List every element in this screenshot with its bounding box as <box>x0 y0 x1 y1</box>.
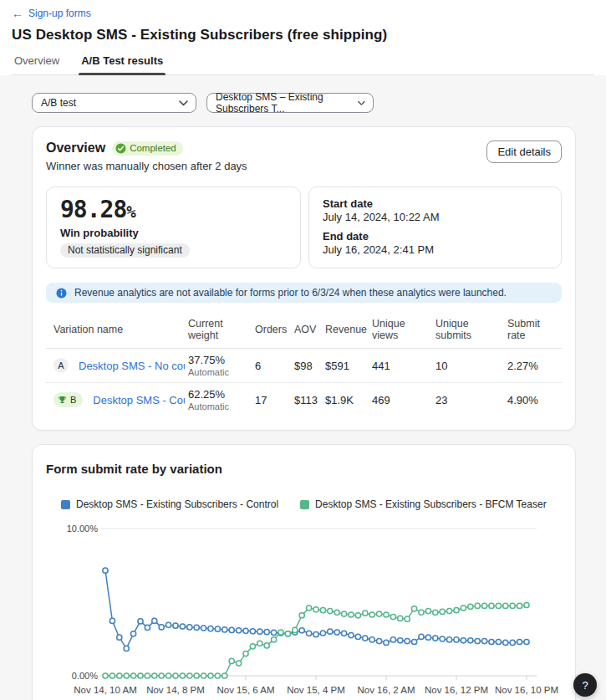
aov-value: $98 <box>294 349 325 383</box>
weight-mode: Automatic <box>188 367 252 377</box>
variation-b-badge: B <box>70 395 76 405</box>
end-date-value: July 16, 2024, 2:41 PM <box>323 243 547 256</box>
submit-rate-value: 2.27% <box>507 349 562 383</box>
svg-text:Nov 16, 10 PM: Nov 16, 10 PM <box>495 685 558 695</box>
weight-value: 62.25% <box>188 388 252 401</box>
variation-b-link[interactable]: Desktop SMS - Coupon <box>93 394 185 406</box>
legend-item-control[interactable]: Desktop SMS - Existing Subscribers - Con… <box>61 498 278 510</box>
svg-text:Nov 16, 2 AM: Nov 16, 2 AM <box>357 685 415 695</box>
completed-badge-label: Completed <box>130 143 176 153</box>
chart-legend: Desktop SMS - Existing Subscribers - Con… <box>61 498 562 510</box>
edit-details-button[interactable]: Edit details <box>486 141 562 163</box>
unique-submits-value: 23 <box>435 383 507 417</box>
submit-rate-chart[interactable]: 10.00%0.00%Nov 14, 10 AMNov 14, 8 PMNov … <box>46 517 590 700</box>
help-button[interactable]: ? <box>573 673 597 697</box>
back-link[interactable]: ←Sign-up forms <box>12 8 91 19</box>
chevron-down-icon <box>179 100 188 106</box>
percent-sign: % <box>126 202 135 221</box>
end-date-label: End date <box>323 230 547 243</box>
dates-box: Start date July 14, 2024, 10:22 AM End d… <box>308 186 562 268</box>
overview-heading: Overview <box>46 141 105 156</box>
start-date-label: Start date <box>323 197 547 210</box>
filter-row: A/B test Desktop SMS – Existing Subscrib… <box>32 93 576 113</box>
back-arrow-icon: ← <box>12 8 23 19</box>
orders-value: 6 <box>255 349 294 383</box>
form-select-value: Desktop SMS – Existing Subscribers T... <box>216 91 358 115</box>
weight-value: 37.75% <box>188 354 252 366</box>
legend-label-control: Desktop SMS - Existing Subscribers - Con… <box>76 498 278 510</box>
win-probability-value: 98.28% <box>60 197 287 224</box>
tab-overview[interactable]: Overview <box>12 54 62 74</box>
table-row-variation-a: A Desktop SMS - No coupon 37.75% Automat… <box>46 349 562 383</box>
winner-subtitle: Winner was manually chosen after 2 days <box>46 160 247 172</box>
check-circle-icon <box>115 143 126 154</box>
overview-card: Overview Completed Winner was manually c… <box>32 126 576 431</box>
weight-mode: Automatic <box>188 401 252 411</box>
table-header-row: Variation name Current weight Orders AOV… <box>46 314 562 349</box>
significance-badge: Not statistically significant <box>60 243 190 258</box>
test-type-select[interactable]: A/B test <box>32 93 196 113</box>
header-orders: Orders <box>255 314 294 349</box>
info-banner-text: Revenue analytics are not available for … <box>74 287 507 299</box>
back-link-label: Sign-up forms <box>28 8 91 19</box>
svg-text:Nov 15, 6 AM: Nov 15, 6 AM <box>216 685 274 695</box>
variation-a-link[interactable]: Desktop SMS - No coupon <box>79 360 185 372</box>
legend-label-teaser: Desktop SMS - Existing Subscribers - BFC… <box>315 498 547 510</box>
page-header: ←Sign-up forms US Desktop SMS - Existing… <box>0 0 606 75</box>
header-aov: AOV <box>294 314 325 349</box>
header-unique-views: Unique views <box>372 314 435 349</box>
page-title: US Desktop SMS - Existing Subscribers (f… <box>12 27 594 43</box>
header-current-weight: Current weight <box>188 314 255 349</box>
svg-text:Nov 14, 10 AM: Nov 14, 10 AM <box>74 685 136 695</box>
variation-b-winner-badge: B <box>53 392 83 407</box>
chart-card: Form submit rate by variation Desktop SM… <box>32 444 576 700</box>
chart-title: Form submit rate by variation <box>46 462 562 476</box>
info-icon <box>56 288 67 299</box>
chevron-down-icon <box>358 100 365 106</box>
header-submit-rate: Submit rate <box>507 314 562 349</box>
revenue-value: $591 <box>325 349 372 383</box>
revenue-value: $1.9K <box>325 383 372 417</box>
variations-table: Variation name Current weight Orders AOV… <box>46 314 562 416</box>
svg-text:Nov 15, 4 PM: Nov 15, 4 PM <box>287 685 345 695</box>
tab-bar: Overview A/B Test results <box>12 54 594 75</box>
submit-rate-value: 4.90% <box>507 383 562 417</box>
table-row-variation-b: B Desktop SMS - Coupon 62.25% Automatic … <box>46 383 562 417</box>
legend-item-teaser[interactable]: Desktop SMS - Existing Subscribers - BFC… <box>300 498 547 510</box>
aov-value: $113 <box>294 383 325 417</box>
form-select[interactable]: Desktop SMS – Existing Subscribers T... <box>206 93 374 113</box>
completed-badge: Completed <box>112 141 183 156</box>
start-date-value: July 14, 2024, 10:22 AM <box>323 211 547 223</box>
variation-a-badge: A <box>53 358 69 373</box>
legend-swatch-teaser <box>300 500 309 509</box>
unique-submits-value: 10 <box>435 349 507 383</box>
info-banner: Revenue analytics are not available for … <box>46 283 562 303</box>
header-unique-submits: Unique submits <box>435 314 507 349</box>
svg-text:Nov 16, 12 PM: Nov 16, 12 PM <box>425 685 488 695</box>
header-variation-name: Variation name <box>46 314 188 349</box>
unique-views-value: 469 <box>372 383 435 417</box>
svg-text:0.00%: 0.00% <box>72 671 98 681</box>
legend-swatch-control <box>61 500 70 509</box>
svg-text:10.00%: 10.00% <box>67 524 99 534</box>
svg-text:Nov 14, 8 PM: Nov 14, 8 PM <box>146 685 205 695</box>
win-probability-number: 98.28 <box>60 196 126 223</box>
win-probability-box: 98.28% Win probability Not statistically… <box>46 186 301 268</box>
unique-views-value: 441 <box>372 349 435 383</box>
win-probability-label: Win probability <box>60 227 287 239</box>
orders-value: 17 <box>255 383 294 417</box>
trophy-icon <box>58 396 67 405</box>
header-revenue: Revenue <box>325 314 372 349</box>
main-content: A/B test Desktop SMS – Existing Subscrib… <box>0 75 606 700</box>
test-type-select-value: A/B test <box>41 97 76 109</box>
tab-ab-test-results[interactable]: A/B Test results <box>79 54 166 74</box>
